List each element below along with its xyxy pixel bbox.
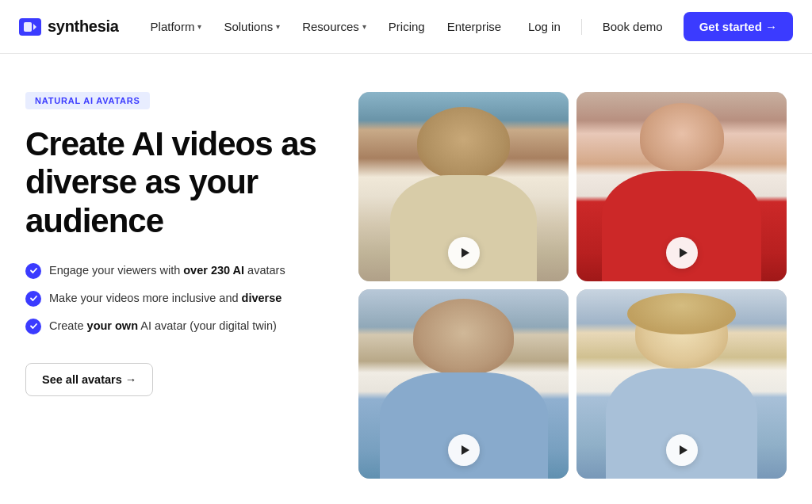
video-card-2[interactable]	[576, 92, 787, 281]
nav-solutions[interactable]: Solutions ▾	[214, 13, 289, 40]
check-icon	[25, 319, 41, 334]
video-card-4[interactable]	[576, 289, 787, 479]
nav-platform[interactable]: Platform ▾	[141, 13, 212, 40]
play-button-1[interactable]	[448, 237, 480, 269]
hero-badge: Natural AI Avatars	[25, 92, 150, 109]
nav-right: Log in Book demo Get started →	[517, 12, 793, 41]
svg-rect-0	[24, 22, 32, 32]
play-button-3[interactable]	[448, 434, 480, 466]
nav-enterprise[interactable]: Enterprise	[438, 13, 511, 40]
login-button[interactable]: Log in	[517, 13, 572, 40]
logo-icon	[19, 18, 41, 36]
logo[interactable]: synthesia	[19, 17, 119, 36]
svg-marker-5	[680, 445, 688, 455]
book-demo-button[interactable]: Book demo	[592, 13, 674, 40]
nav-divider	[581, 19, 582, 35]
check-icon	[25, 263, 41, 279]
hero-left: Natural AI Avatars Create AI videos as d…	[25, 92, 327, 479]
svg-marker-2	[462, 248, 469, 258]
feature-item-3: Create your own AI avatar (your digital …	[25, 318, 327, 334]
feature-item-1: Engage your viewers with over 230 AI ava…	[25, 262, 327, 279]
video-card-1[interactable]	[358, 92, 569, 281]
check-icon	[25, 291, 41, 307]
navbar: synthesia Platform ▾ Solutions ▾ Resourc…	[0, 0, 812, 54]
svg-marker-4	[462, 445, 469, 455]
hero-title: Create AI videos as diverse as your audi…	[25, 125, 327, 240]
nav-pricing[interactable]: Pricing	[379, 13, 435, 40]
brand-name: synthesia	[48, 17, 119, 36]
feature-list: Engage your viewers with over 230 AI ava…	[25, 262, 327, 334]
play-button-4[interactable]	[666, 434, 698, 466]
svg-marker-1	[33, 24, 36, 30]
play-button-2[interactable]	[666, 237, 698, 269]
hero-section: Natural AI Avatars Create AI videos as d…	[0, 54, 812, 504]
video-card-3[interactable]	[358, 289, 569, 479]
video-grid	[358, 92, 787, 479]
feature-text-3: Create your own AI avatar (your digital …	[49, 318, 277, 334]
feature-text-1: Engage your viewers with over 230 AI ava…	[49, 262, 285, 279]
see-avatars-button[interactable]: See all avatars →	[25, 363, 153, 396]
feature-text-2: Make your videos more inclusive and dive…	[49, 290, 282, 307]
get-started-button[interactable]: Get started →	[684, 12, 793, 41]
feature-item-2: Make your videos more inclusive and dive…	[25, 290, 327, 307]
nav-resources[interactable]: Resources ▾	[293, 13, 376, 40]
chevron-down-icon: ▾	[197, 22, 201, 31]
chevron-down-icon: ▾	[276, 22, 280, 31]
chevron-down-icon: ▾	[362, 22, 366, 31]
svg-marker-3	[680, 248, 688, 258]
nav-links: Platform ▾ Solutions ▾ Resources ▾ Prici…	[141, 13, 517, 40]
